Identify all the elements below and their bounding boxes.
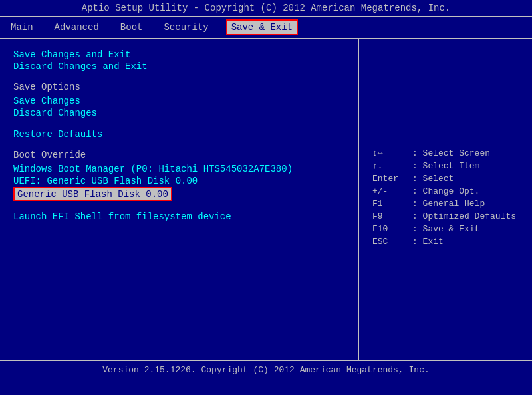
right-panel: ↕↔: Select Screen↑↓: Select ItemEnter: S…	[359, 39, 532, 360]
menu-item-boot[interactable]: Boot	[116, 21, 147, 34]
help-row-5: F9: Optimized Defaults	[372, 211, 519, 221]
footer: Version 2.15.1226. Copyright (C) 2012 Am…	[0, 360, 532, 380]
menu-item-save---exit[interactable]: Save & Exit	[226, 19, 298, 35]
help-key-7: ESC	[372, 237, 412, 247]
help-row-1: ↑↓: Select Item	[372, 161, 519, 171]
help-desc-1: : Select Item	[412, 161, 479, 171]
menu-section-3: Boot OverrideWindows Boot Manager (P0: H…	[13, 150, 345, 201]
menu-option-3-1[interactable]: UEFI: Generic USB Flash Disk 0.00	[13, 175, 345, 187]
help-row-7: ESC: Exit	[372, 237, 519, 247]
title-text: Aptio Setup Utility - Copyright (C) 2012…	[82, 3, 451, 13]
section-heading-3: Boot Override	[13, 150, 345, 160]
menu-option-3-0[interactable]: Windows Boot Manager (P0: Hitachi HTS545…	[13, 163, 345, 175]
section-heading-1: Save Options	[13, 82, 345, 92]
menu-section-0: Save Changes and ExitDiscard Changes and…	[13, 49, 345, 72]
help-desc-6: : Save & Exit	[412, 224, 479, 234]
help-key-6: F10	[372, 224, 412, 234]
help-key-1: ↑↓	[372, 161, 412, 171]
menu-section-4: Launch EFI Shell from filesystem device	[13, 211, 345, 223]
menu-option-3-2[interactable]: Generic USB Flash Disk 0.00	[13, 187, 172, 201]
help-section: ↕↔: Select Screen↑↓: Select ItemEnter: S…	[372, 148, 519, 247]
menu-section-1: Save OptionsSave ChangesDiscard Changes	[13, 82, 345, 119]
help-row-2: Enter: Select	[372, 174, 519, 184]
footer-text: Version 2.15.1226. Copyright (C) 2012 Am…	[102, 365, 429, 375]
help-row-6: F10: Save & Exit	[372, 224, 519, 234]
help-desc-2: : Select	[412, 174, 454, 184]
help-key-4: F1	[372, 199, 412, 209]
main-content: Save Changes and ExitDiscard Changes and…	[0, 39, 532, 360]
help-row-0: ↕↔: Select Screen	[372, 148, 519, 158]
help-key-0: ↕↔	[372, 148, 412, 158]
help-key-2: Enter	[372, 174, 412, 184]
menu-item-advanced[interactable]: Advanced	[51, 21, 103, 34]
menu-section-2: Restore Defaults	[13, 128, 345, 140]
menu-bar: MainAdvancedBootSecuritySave & Exit	[0, 17, 532, 39]
help-desc-3: : Change Opt.	[412, 186, 479, 196]
help-key-3: +/-	[372, 186, 412, 196]
help-row-4: F1: General Help	[372, 199, 519, 209]
menu-option-1-0[interactable]: Save Changes	[13, 95, 345, 107]
menu-option-2-0[interactable]: Restore Defaults	[13, 128, 345, 140]
menu-option-4-0[interactable]: Launch EFI Shell from filesystem device	[13, 211, 345, 223]
help-desc-5: : Optimized Defaults	[412, 211, 516, 221]
help-desc-0: : Select Screen	[412, 148, 490, 158]
help-key-5: F9	[372, 211, 412, 221]
help-desc-4: : General Help	[412, 199, 485, 209]
menu-option-1-1[interactable]: Discard Changes	[13, 107, 345, 119]
menu-item-main[interactable]: Main	[7, 21, 37, 34]
title-bar: Aptio Setup Utility - Copyright (C) 2012…	[0, 0, 532, 17]
menu-item-security[interactable]: Security	[160, 21, 212, 34]
menu-option-0-1[interactable]: Discard Changes and Exit	[13, 61, 345, 72]
help-desc-7: : Exit	[412, 237, 444, 247]
menu-option-0-0[interactable]: Save Changes and Exit	[13, 49, 345, 61]
right-panel-spacer	[372, 49, 519, 148]
help-row-3: +/-: Change Opt.	[372, 186, 519, 196]
left-panel: Save Changes and ExitDiscard Changes and…	[0, 39, 359, 360]
